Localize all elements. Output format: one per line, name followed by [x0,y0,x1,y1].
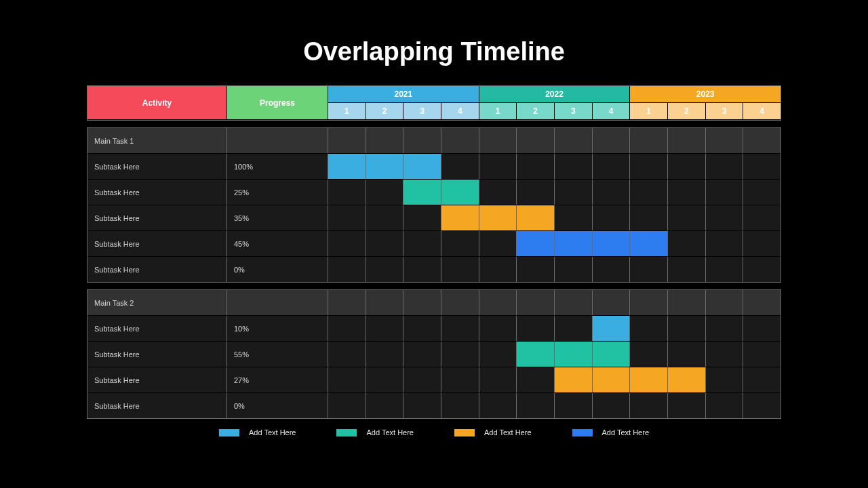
quarter-cell [403,180,441,205]
main-task-progress [227,128,328,153]
quarter-cell [555,205,592,230]
header-activity: Activity [87,86,226,119]
quarter-cell [328,231,366,256]
quarter-cell [441,367,479,392]
subtask-label: Subtask Here [87,316,226,341]
quarter-cell [328,257,366,282]
legend-item: Add Text Here [572,428,650,436]
quarter-cell [479,154,517,179]
quarter-cell [630,128,667,153]
gantt-bar [441,205,479,230]
quarter-cell [403,342,441,367]
quarter-cell [743,231,781,256]
quarter-cell [706,128,743,153]
quarter-cell [366,257,403,282]
header-q: 3 [706,103,743,119]
gantt-bar [593,342,630,367]
subtask-row: Subtask Here0% [87,257,781,282]
legend-item: Add Text Here [219,428,296,436]
quarter-cell [630,180,667,205]
quarter-cell [366,316,403,341]
quarter-cell [441,154,479,179]
subtask-row: Subtask Here10% [87,316,781,341]
quarter-cell [517,154,554,179]
quarter-cell [366,231,403,256]
gantt-bar [517,231,554,256]
quarter-cell [668,342,705,367]
subtask-row: Subtask Here100% [87,154,781,179]
header-q: 2 [517,103,554,119]
subtask-label: Subtask Here [87,367,226,392]
quarter-cell [668,154,705,179]
page-title: Overlapping Timeline [87,37,781,66]
quarter-cell [668,128,705,153]
quarter-cell [706,367,743,392]
gantt-bar [555,231,592,256]
quarter-cell [441,128,479,153]
quarter-cell [555,342,592,367]
quarter-cell [479,290,517,315]
quarter-cell [630,393,667,418]
quarter-cell [479,180,517,205]
gantt-bar [366,154,403,179]
quarter-cell [593,393,630,418]
quarter-cell [479,231,517,256]
quarter-cell [517,342,554,367]
legend-swatch [454,429,475,436]
quarter-cell [517,316,554,341]
subtask-row: Subtask Here27% [87,367,781,392]
quarter-cell [328,393,366,418]
gantt-header: Activity Progress 2021 1 2 3 4 2022 1 2 [87,85,781,121]
quarter-cell [630,367,667,392]
quarter-cell [743,154,781,179]
header-q: 1 [328,103,366,119]
quarter-cell [479,257,517,282]
quarter-cell [479,342,517,367]
quarter-cell [668,231,705,256]
quarter-cell [517,367,554,392]
subtask-progress: 10% [227,316,328,341]
gantt-section: Main Task 1Subtask Here100%Subtask Here2… [87,127,781,283]
quarter-cell [706,290,743,315]
main-task-label: Main Task 1 [87,128,226,153]
quarter-cell [403,205,441,230]
subtask-label: Subtask Here [87,231,226,256]
quarter-cell [668,180,705,205]
quarter-cell [593,257,630,282]
quarter-cell [517,290,554,315]
subtask-progress: 0% [227,257,328,282]
quarter-cell [668,367,705,392]
quarter-cell [441,393,479,418]
subtask-label: Subtask Here [87,205,226,230]
quarter-cell [668,257,705,282]
quarter-cell [328,367,366,392]
legend-swatch [572,429,593,436]
quarter-cell [328,342,366,367]
gantt-bar [593,367,630,392]
quarter-cell [555,231,592,256]
quarter-cell [441,290,479,315]
gantt-bar [517,205,554,230]
quarter-cell [517,128,554,153]
header-q: 2 [668,103,705,119]
quarter-cell [555,393,592,418]
quarter-cell [555,316,592,341]
quarter-cell [403,128,441,153]
quarter-cell [479,316,517,341]
subtask-label: Subtask Here [87,342,226,367]
header-q: 3 [555,103,592,119]
header-year-2021: 2021 [328,86,479,102]
quarter-cell [668,393,705,418]
quarter-cell [593,290,630,315]
quarter-cell [706,154,743,179]
gantt-bar [441,180,479,205]
quarter-cell [403,231,441,256]
quarter-cell [706,180,743,205]
quarter-cell [366,367,403,392]
header-q: 4 [743,103,781,119]
main-task-label: Main Task 2 [87,290,226,315]
legend-label: Add Text Here [249,428,296,436]
subtask-label: Subtask Here [87,257,226,282]
quarter-cell [366,290,403,315]
subtask-progress: 27% [227,367,328,392]
